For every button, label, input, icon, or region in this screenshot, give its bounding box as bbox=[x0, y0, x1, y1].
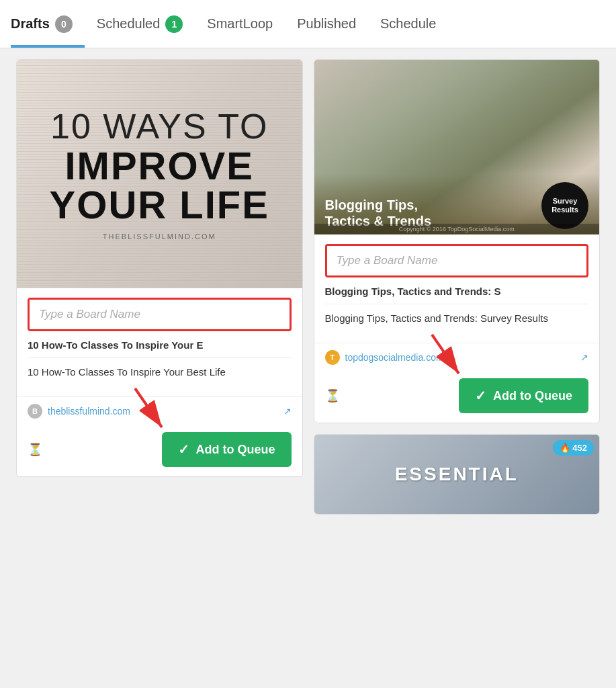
right-card-action-row: ⏳ ✓ Add to Queue bbox=[314, 372, 600, 423]
tab-scheduled-label: Scheduled bbox=[97, 16, 161, 32]
left-add-to-queue-label: Add to Queue bbox=[196, 443, 275, 457]
tab-scheduled-badge: 1 bbox=[165, 15, 183, 33]
fire-badge: 🔥 452 bbox=[553, 440, 594, 456]
left-source-link[interactable]: B theblissfulmind.com bbox=[28, 404, 130, 419]
right-title-full: Blogging Tips, Tactics and Trends: Surve… bbox=[325, 311, 589, 325]
graphic-line-2: IMPROVE bbox=[65, 146, 255, 185]
main-content: 10 WAYS TO IMPROVE YOUR LIFE THEBLISSFUL… bbox=[0, 48, 616, 688]
left-card-image: 10 WAYS TO IMPROVE YOUR LIFE THEBLISSFUL… bbox=[17, 60, 302, 288]
left-add-to-queue-button[interactable]: ✓ Add to Queue bbox=[162, 432, 292, 467]
right-source-icon: T bbox=[325, 350, 340, 365]
graphic-domain: THEBLISSFULMIND.COM bbox=[103, 232, 216, 241]
right-source-link[interactable]: T topdogsocialmedia.com bbox=[325, 350, 444, 365]
left-card-footer: B theblissfulmind.com ↗ bbox=[17, 396, 302, 425]
left-external-link-icon[interactable]: ↗ bbox=[283, 406, 292, 417]
bottom-teaser-text: ESSENTIAL bbox=[395, 464, 519, 485]
right-add-to-queue-container: ✓ Add to Queue bbox=[459, 378, 588, 413]
right-title-truncated: Blogging Tips, Tactics and Trends: S bbox=[325, 286, 589, 304]
right-external-link-icon[interactable]: ↗ bbox=[580, 352, 588, 363]
tab-scheduled[interactable]: Scheduled 1 bbox=[85, 0, 195, 48]
left-card-action-row: ⏳ ✓ Add to Queue bbox=[17, 425, 302, 476]
right-copyright: Copyright © 2016 TopDogSocialMedia.com bbox=[314, 224, 600, 234]
right-survey-badge: Survey Results bbox=[541, 182, 588, 229]
left-board-name-input[interactable] bbox=[28, 298, 292, 331]
graphic-line-3: YOUR LIFE bbox=[50, 185, 269, 224]
left-check-icon: ✓ bbox=[178, 441, 189, 458]
right-board-name-input[interactable] bbox=[325, 244, 589, 277]
right-clock-icon: ⏳ bbox=[325, 388, 340, 403]
left-card-body: 10 How-To Classes To Inspire Your E 10 H… bbox=[17, 288, 302, 396]
tab-published-label: Published bbox=[297, 16, 356, 32]
right-card-image: Blogging Tips, Tactics & Trends Survey R… bbox=[314, 60, 600, 234]
right-card-footer: T topdogsocialmedia.com ↗ bbox=[314, 343, 600, 372]
right-card-body: Blogging Tips, Tactics and Trends: S Blo… bbox=[314, 234, 600, 343]
right-card: Blogging Tips, Tactics & Trends Survey R… bbox=[314, 59, 601, 423]
right-source-text: topdogsocialmedia.com bbox=[345, 352, 444, 363]
tab-drafts-label: Drafts bbox=[11, 16, 50, 32]
tab-drafts[interactable]: Drafts 0 bbox=[11, 0, 85, 48]
left-card: 10 WAYS TO IMPROVE YOUR LIFE THEBLISSFUL… bbox=[16, 59, 303, 477]
left-source-icon: B bbox=[28, 404, 42, 419]
right-check-icon: ✓ bbox=[475, 388, 486, 404]
tab-bar: Drafts 0 Scheduled 1 SmartLoop Published… bbox=[0, 0, 616, 48]
graphic-line-1: 10 WAYS TO bbox=[50, 108, 268, 146]
left-add-to-queue-container: ✓ Add to Queue bbox=[162, 432, 292, 467]
left-clock-icon: ⏳ bbox=[28, 442, 42, 457]
left-title-truncated: 10 How-To Classes To Inspire Your E bbox=[28, 339, 292, 358]
tab-drafts-badge: 0 bbox=[55, 15, 73, 33]
left-title-full: 10 How-To Classes To Inspire Your Best L… bbox=[28, 365, 292, 379]
bottom-teaser-card: ESSENTIAL 🔥 452 bbox=[314, 434, 601, 515]
tab-smartloop-label: SmartLoop bbox=[207, 16, 273, 32]
tab-schedule[interactable]: Schedule bbox=[368, 0, 448, 48]
right-add-to-queue-button[interactable]: ✓ Add to Queue bbox=[459, 378, 588, 413]
right-survey-badge-text: Survey Results bbox=[541, 197, 588, 214]
left-column: 10 WAYS TO IMPROVE YOUR LIFE THEBLISSFUL… bbox=[11, 59, 308, 677]
right-add-to-queue-label: Add to Queue bbox=[493, 389, 572, 403]
tab-smartloop[interactable]: SmartLoop bbox=[195, 0, 285, 48]
right-column: Blogging Tips, Tactics & Trends Survey R… bbox=[308, 59, 606, 677]
left-source-text: theblissfulmind.com bbox=[48, 406, 130, 417]
tab-published[interactable]: Published bbox=[285, 0, 368, 48]
tab-schedule-label: Schedule bbox=[380, 16, 436, 32]
